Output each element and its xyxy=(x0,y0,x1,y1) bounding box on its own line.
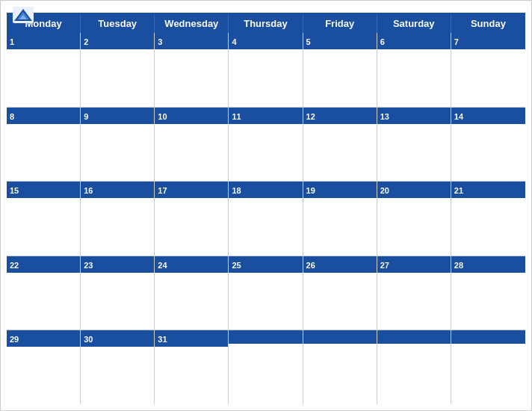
logo-icon xyxy=(13,7,34,23)
day-number: 18 xyxy=(232,186,241,195)
day-number-row xyxy=(451,330,525,344)
day-cell: 6 xyxy=(377,33,451,107)
day-number-row: 12 xyxy=(303,108,377,124)
day-cell: 7 xyxy=(451,33,525,107)
day-number-row: 22 xyxy=(7,256,80,273)
day-number-row: 6 xyxy=(377,33,451,49)
week-row-1: 1234567 xyxy=(7,33,525,108)
day-cell: 16 xyxy=(81,182,155,256)
day-number-row: 19 xyxy=(303,182,377,198)
day-number: 14 xyxy=(454,112,463,121)
day-number-row: 17 xyxy=(155,182,228,198)
day-number-row: 5 xyxy=(303,33,377,49)
day-number: 26 xyxy=(306,261,315,270)
day-cell: 21 xyxy=(451,182,525,256)
calendar-container: MondayTuesdayWednesdayThursdayFridaySatu… xyxy=(0,0,532,411)
day-cell xyxy=(303,330,377,404)
day-number: 15 xyxy=(10,186,19,195)
day-cell: 1 xyxy=(7,33,81,107)
day-number: 25 xyxy=(232,261,241,270)
day-number: 28 xyxy=(454,261,463,270)
day-header-sunday: Sunday xyxy=(451,14,525,33)
day-number-row: 14 xyxy=(451,108,525,124)
day-header-friday: Friday xyxy=(303,14,377,33)
week-row-3: 15161718192021 xyxy=(7,182,525,256)
day-number-row xyxy=(377,330,451,344)
day-number-row: 7 xyxy=(451,33,525,49)
day-cell: 11 xyxy=(229,108,303,182)
day-cell: 22 xyxy=(7,256,81,330)
day-number-row: 28 xyxy=(451,256,525,273)
day-cell: 19 xyxy=(303,182,377,256)
day-number: 7 xyxy=(454,37,459,46)
week-row-2: 891011121314 xyxy=(7,108,525,182)
day-cell: 10 xyxy=(155,108,229,182)
day-cell: 4 xyxy=(229,33,303,107)
day-number-row: 30 xyxy=(81,330,154,347)
day-number-row: 29 xyxy=(7,330,80,347)
day-cell: 2 xyxy=(81,33,155,107)
day-number-row: 15 xyxy=(7,182,80,198)
calendar-header xyxy=(1,1,531,13)
day-number: 20 xyxy=(380,186,389,195)
day-number-row: 20 xyxy=(377,182,451,198)
day-number: 17 xyxy=(158,186,167,195)
day-header-saturday: Saturday xyxy=(377,14,451,33)
day-number: 3 xyxy=(158,37,162,46)
day-cell: 8 xyxy=(7,108,81,182)
day-cell: 12 xyxy=(303,108,377,182)
day-number-row xyxy=(229,330,302,344)
day-number: 10 xyxy=(158,112,167,121)
day-number-row: 23 xyxy=(81,256,154,273)
day-number: 12 xyxy=(306,112,315,121)
day-number: 22 xyxy=(10,261,19,270)
day-number-row: 31 xyxy=(155,330,228,347)
day-number: 23 xyxy=(84,261,93,270)
day-cell: 27 xyxy=(377,256,451,330)
day-number-row: 2 xyxy=(81,33,154,49)
day-cell: 25 xyxy=(229,256,303,330)
day-cell: 26 xyxy=(303,256,377,330)
day-cell: 31 xyxy=(155,330,229,404)
day-number-row: 26 xyxy=(303,256,377,273)
day-header-wednesday: Wednesday xyxy=(155,14,229,33)
week-row-4: 22232425262728 xyxy=(7,256,525,331)
day-cell: 13 xyxy=(377,108,451,182)
day-number-row: 25 xyxy=(229,256,302,273)
day-number: 31 xyxy=(158,335,167,344)
day-cell: 17 xyxy=(155,182,229,256)
day-number-row: 11 xyxy=(229,108,302,124)
day-cell xyxy=(229,330,303,404)
day-number-row: 16 xyxy=(81,182,154,198)
day-number: 19 xyxy=(306,186,315,195)
day-cell xyxy=(451,330,525,404)
day-number: 16 xyxy=(84,186,93,195)
day-number: 29 xyxy=(10,335,19,344)
day-cell: 14 xyxy=(451,108,525,182)
day-number-row: 13 xyxy=(377,108,451,124)
day-number-row: 8 xyxy=(7,108,80,124)
logo xyxy=(13,7,37,23)
day-number-row: 24 xyxy=(155,256,228,273)
day-number: 13 xyxy=(380,112,389,121)
day-number-row: 18 xyxy=(229,182,302,198)
weeks-container: 1234567891011121314151617181920212223242… xyxy=(7,33,525,404)
day-cell: 30 xyxy=(81,330,155,404)
day-number-row: 9 xyxy=(81,108,154,124)
day-cell: 20 xyxy=(377,182,451,256)
day-number-row: 1 xyxy=(7,33,80,49)
day-cell: 29 xyxy=(7,330,81,404)
day-number-row: 3 xyxy=(155,33,228,49)
day-number: 4 xyxy=(232,37,236,46)
day-cell: 28 xyxy=(451,256,525,330)
day-number: 21 xyxy=(454,186,463,195)
day-number: 24 xyxy=(158,261,167,270)
day-number: 11 xyxy=(232,112,241,121)
day-number: 30 xyxy=(84,335,93,344)
day-number-row: 4 xyxy=(229,33,302,49)
day-number: 8 xyxy=(10,112,14,121)
day-number: 1 xyxy=(10,37,14,46)
day-cell: 9 xyxy=(81,108,155,182)
day-number: 5 xyxy=(306,37,311,46)
day-number-row: 27 xyxy=(377,256,451,273)
